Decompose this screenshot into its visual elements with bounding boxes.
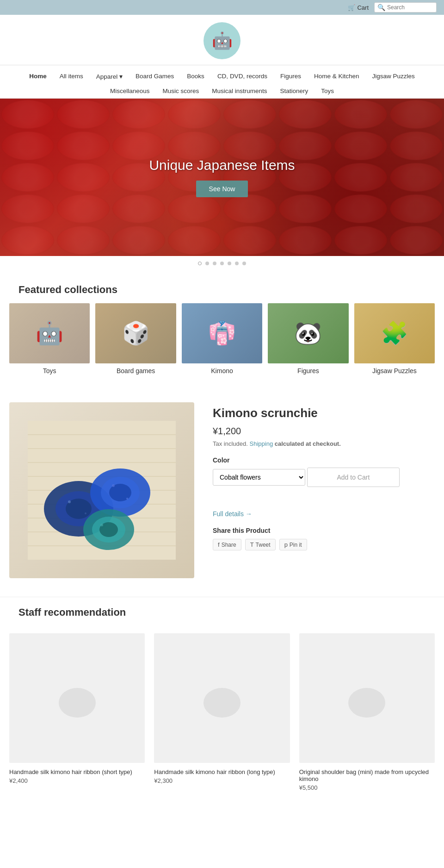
collection-label-figures: Figures — [268, 367, 348, 375]
collection-item-figures[interactable]: 🐼 Figures — [268, 303, 348, 375]
product-main-image — [9, 402, 194, 578]
share-pinterest-label: Pin it — [290, 542, 302, 548]
main-nav: Home All items Apparel ▾ Board Games Boo… — [0, 65, 444, 99]
staff-section: Staff recommendation Handmade silk kimon… — [0, 597, 444, 810]
share-facebook-label: Share — [222, 542, 236, 548]
add-to-cart-button[interactable]: Add to Cart — [307, 468, 400, 487]
dot-1[interactable] — [198, 262, 202, 265]
hero-title: Unique Japanese Items — [149, 157, 295, 173]
collection-label-toys: Toys — [9, 367, 90, 375]
svg-point-23 — [100, 524, 103, 526]
svg-point-25 — [59, 688, 96, 718]
share-pinterest-button[interactable]: p Pin it — [279, 539, 307, 550]
dot-2[interactable] — [205, 262, 209, 265]
cart-button[interactable]: 🛒 Cart — [348, 4, 369, 11]
share-facebook-button[interactable]: f Share — [213, 539, 241, 550]
staff-item-name-2: Handmade silk kimono hair ribbon (long t… — [154, 768, 290, 775]
cart-icon: 🛒 — [348, 4, 355, 11]
featured-section: Featured collections — [0, 275, 444, 303]
svg-point-27 — [204, 688, 240, 718]
staff-img-2 — [154, 633, 290, 763]
hero-dots — [0, 256, 444, 275]
nav-item-musicscores[interactable]: Music scores — [156, 86, 205, 96]
facebook-icon: f — [218, 541, 220, 548]
dot-3[interactable] — [213, 262, 216, 265]
nav-item-homekitchen[interactable]: Home & Kitchen — [308, 71, 366, 82]
hero-banner: Unique Japanese Items See Now — [0, 99, 444, 256]
nav-item-allitems[interactable]: All items — [53, 71, 90, 82]
dot-7[interactable] — [242, 262, 246, 265]
svg-point-19 — [68, 500, 71, 503]
share-twitter-label: Tweet — [256, 542, 271, 548]
nav-item-home[interactable]: Home — [23, 71, 53, 82]
staff-item-price-3: ¥5,500 — [299, 784, 435, 791]
dot-4[interactable] — [220, 262, 224, 265]
staff-img-3 — [299, 633, 435, 763]
collection-label-jigsaw: Jigsaw Puzzles — [354, 367, 435, 375]
scrunchie-svg — [28, 421, 176, 560]
pinterest-icon: p — [284, 541, 288, 548]
svg-point-29 — [348, 688, 385, 718]
full-details-link[interactable]: Full details → — [213, 510, 435, 518]
staff-img-1 — [9, 633, 145, 763]
nav-item-stationery[interactable]: Stationery — [274, 86, 315, 96]
collection-item-boardgames[interactable]: 🎲 Board games — [95, 303, 176, 375]
nav-item-figures[interactable]: Figures — [274, 71, 308, 82]
product-image-side — [9, 402, 194, 578]
nav-item-apparel[interactable]: Apparel ▾ — [90, 71, 129, 82]
collection-img-toys: 🤖 — [9, 303, 90, 363]
staff-item-name-1: Handmade silk kimono hair ribbon (short … — [9, 768, 145, 775]
share-twitter-button[interactable]: T Tweet — [245, 539, 276, 550]
twitter-icon: T — [250, 541, 254, 548]
staff-item-name-3: Original shoulder bag (mini) made from u… — [299, 768, 435, 782]
search-icon: 🔍 — [377, 4, 385, 11]
product-section: Kimono scrunchie ¥1,200 Tax included. Sh… — [0, 393, 444, 597]
collection-img-figures: 🐼 — [268, 303, 348, 363]
color-label: Color — [213, 456, 435, 464]
svg-point-21 — [112, 484, 115, 487]
collection-img-boardgames: 🎲 — [95, 303, 176, 363]
hero-see-now-button[interactable]: See Now — [196, 181, 248, 197]
product-info-side: Kimono scrunchie ¥1,200 Tax included. Sh… — [213, 402, 435, 550]
collection-item-jigsaw[interactable]: 🧩 Jigsaw Puzzles — [354, 303, 435, 375]
nav-item-cddvd[interactable]: CD, DVD, records — [211, 71, 274, 82]
nav-item-books[interactable]: Books — [180, 71, 211, 82]
color-select[interactable]: Cobalt flowers Red pattern Green pattern — [213, 469, 305, 486]
nav-item-boardgames[interactable]: Board Games — [129, 71, 180, 82]
svg-point-22 — [126, 498, 128, 500]
tax-text: Tax included. — [213, 440, 248, 447]
collection-label-kimono: Kimono — [182, 367, 262, 375]
logo[interactable]: 🤖 — [204, 22, 240, 59]
logo-icon: 🤖 — [212, 31, 233, 50]
nav-item-miscellaneous[interactable]: Miscellaneous — [104, 86, 156, 96]
search-box[interactable]: 🔍 — [374, 2, 437, 12]
checkout-text: calculated at checkout. — [275, 440, 341, 447]
nav-row-2: Miscellaneous Music scores Musical instr… — [0, 84, 444, 98]
top-bar: 🛒 Cart 🔍 — [0, 0, 444, 15]
collection-img-jigsaw: 🧩 — [354, 303, 435, 363]
svg-point-20 — [85, 512, 86, 514]
staff-grid: Handmade silk kimono hair ribbon (short … — [9, 633, 435, 791]
nav-item-musicalinstruments[interactable]: Musical instruments — [205, 86, 273, 96]
collection-label-boardgames: Board games — [95, 367, 176, 375]
collections-grid: 🤖 Toys 🎲 Board games 👘 Kimono 🐼 Figures … — [0, 303, 444, 393]
staff-item-1[interactable]: Handmade silk kimono hair ribbon (short … — [9, 633, 145, 791]
dot-5[interactable] — [228, 262, 231, 265]
staff-item-2[interactable]: Handmade silk kimono hair ribbon (long t… — [154, 633, 290, 791]
collection-img-kimono: 👘 — [182, 303, 262, 363]
product-name: Kimono scrunchie — [213, 406, 435, 420]
staff-section-title: Staff recommendation — [9, 606, 435, 626]
staff-item-price-2: ¥2,300 — [154, 777, 290, 784]
share-title: Share this Product — [213, 527, 435, 534]
nav-row-1: Home All items Apparel ▾ Board Games Boo… — [0, 69, 444, 84]
search-input[interactable] — [387, 4, 433, 11]
staff-item-3[interactable]: Original shoulder bag (mini) made from u… — [299, 633, 435, 791]
dot-6[interactable] — [235, 262, 239, 265]
hero-content: Unique Japanese Items See Now — [149, 157, 295, 197]
collection-item-kimono[interactable]: 👘 Kimono — [182, 303, 262, 375]
nav-item-toys[interactable]: Toys — [314, 86, 340, 96]
staff-item-price-1: ¥2,400 — [9, 777, 145, 784]
nav-item-jigsawpuzzles[interactable]: Jigsaw Puzzles — [365, 71, 421, 82]
shipping-link[interactable]: Shipping — [250, 440, 273, 447]
collection-item-toys[interactable]: 🤖 Toys — [9, 303, 90, 375]
